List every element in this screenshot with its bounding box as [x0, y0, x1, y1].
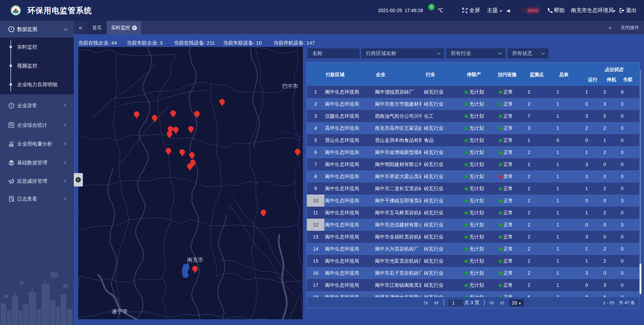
- svg-text:遂宁市: 遂宁市: [112, 309, 128, 314]
- svg-text:南充市: 南充市: [187, 257, 203, 263]
- svg-text:巴中市: 巴中市: [282, 83, 298, 89]
